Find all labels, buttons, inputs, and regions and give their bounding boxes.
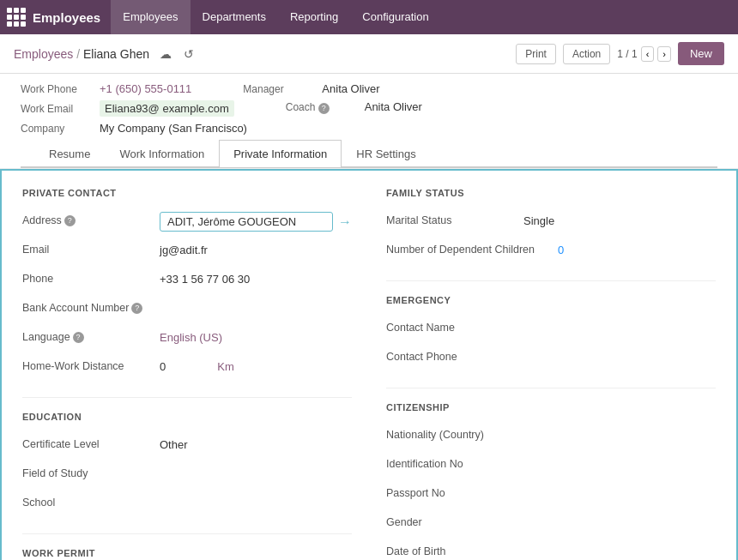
refresh-icon[interactable]: ↺	[180, 45, 197, 63]
family-status-section: FAMILY STATUS Marital Status Single Numb…	[386, 188, 716, 263]
bank-tooltip-icon: ?	[131, 303, 142, 314]
emergency-section: EMERGENCY Contact Name Contact Phone	[386, 295, 716, 370]
marital-label: Marital Status	[386, 212, 523, 226]
nav-item-employees[interactable]: Employees	[111, 0, 190, 34]
record-info: 1 / 1	[617, 48, 637, 60]
children-value: 0	[558, 241, 564, 256]
info-row-2: Work Email Eliana93@ example.com Coach ?…	[21, 100, 717, 117]
next-record-button[interactable]: ›	[657, 46, 671, 62]
left-column: PRIVATE CONTACT Address ? → Email jg@adi…	[22, 188, 352, 560]
email-label: Email	[22, 241, 160, 256]
tab-work-information[interactable]: Work Information	[105, 140, 219, 167]
email-row: Email jg@adit.fr	[22, 241, 352, 263]
divider-2	[22, 533, 352, 534]
distance-row: Home-Work Distance 0 Km	[22, 358, 352, 380]
breadcrumb-parent[interactable]: Employees	[14, 47, 73, 61]
language-tooltip-icon: ?	[73, 332, 84, 343]
nav-item-departments[interactable]: Departments	[191, 0, 278, 34]
prev-record-button[interactable]: ‹	[641, 46, 655, 62]
id-label: Identification No	[386, 455, 523, 470]
education-section: EDUCATION Certificate Level Other Field …	[22, 412, 352, 516]
info-row-1: Work Phone +1 (650) 555-0111 Manager Ani…	[21, 82, 717, 95]
id-row: Identification No	[386, 455, 716, 478]
manager-field: Manager Anita Oliver	[243, 82, 379, 95]
dob-label: Date of Birth	[386, 543, 523, 557]
breadcrumb-bar: Employees / Eliana Ghen ☁ ↺ Print Action…	[0, 34, 738, 74]
address-label: Address ?	[22, 212, 160, 226]
divider-3	[386, 280, 716, 281]
work-email-label: Work Email	[21, 103, 89, 115]
language-value[interactable]: English (US)	[160, 328, 222, 344]
contact-name-row: Contact Name	[386, 319, 716, 341]
marital-value: Single	[523, 212, 554, 227]
breadcrumb-left: Employees / Eliana Ghen ☁ ↺	[14, 45, 197, 63]
nav-item-reporting[interactable]: Reporting	[278, 0, 350, 34]
new-button[interactable]: New	[678, 42, 724, 65]
language-label: Language ?	[22, 328, 160, 343]
work-permit-title: WORK PERMIT	[22, 548, 352, 560]
address-tooltip-icon: ?	[64, 215, 76, 226]
distance-unit: Km	[217, 358, 234, 373]
breadcrumb: Employees / Eliana Ghen	[14, 47, 149, 61]
coach-label: Coach ?	[286, 101, 354, 114]
coach-value: Anita Oliver	[365, 100, 422, 113]
school-row: School	[22, 494, 352, 516]
manager-label: Manager	[243, 83, 312, 95]
work-email-value[interactable]: Eliana93@ example.com	[100, 100, 234, 117]
phone-row: Phone +33 1 56 77 06 30	[22, 270, 352, 292]
work-phone-label: Work Phone	[21, 83, 89, 95]
tab-content-private: PRIVATE CONTACT Address ? → Email jg@adi…	[0, 169, 738, 560]
info-row-3: Company My Company (San Francisco)	[21, 122, 717, 135]
tab-private-information[interactable]: Private Information	[219, 140, 342, 167]
private-contact-section: PRIVATE CONTACT Address ? → Email jg@adi…	[22, 188, 352, 380]
work-email-field: Work Email Eliana93@ example.com	[21, 100, 234, 117]
tab-hr-settings[interactable]: HR Settings	[342, 140, 430, 167]
tabs-bar: Resume Work Information Private Informat…	[21, 140, 717, 168]
two-col-layout: PRIVATE CONTACT Address ? → Email jg@adi…	[22, 188, 716, 560]
marital-row: Marital Status Single	[386, 212, 716, 234]
coach-tooltip-icon: ?	[318, 103, 330, 114]
top-navigation: Employees Employees Departments Reportin…	[0, 0, 738, 34]
nav-item-configuration[interactable]: Configuration	[350, 0, 440, 34]
work-phone-value[interactable]: +1 (650) 555-0111	[100, 82, 191, 95]
emergency-title: EMERGENCY	[386, 295, 716, 309]
family-status-title: FAMILY STATUS	[386, 188, 716, 202]
coach-field: Coach ? Anita Oliver	[286, 100, 422, 117]
manager-value: Anita Oliver	[322, 82, 379, 95]
breadcrumb-current: Eliana Ghen	[83, 47, 149, 61]
employee-info: Work Phone +1 (650) 555-0111 Manager Ani…	[0, 74, 738, 169]
cert-row: Certificate Level Other	[22, 436, 352, 458]
field-of-study-label: Field of Study	[22, 465, 160, 479]
contact-name-label: Contact Name	[386, 319, 523, 334]
phone-value: +33 1 56 77 06 30	[160, 270, 250, 286]
address-arrow-icon[interactable]: →	[338, 214, 352, 230]
app-logo[interactable]: Employees	[7, 8, 100, 27]
action-button[interactable]: Action	[563, 44, 610, 64]
bank-label: Bank Account Number ?	[22, 299, 160, 314]
breadcrumb-separator: /	[76, 47, 83, 61]
breadcrumb-icons: ☁ ↺	[156, 45, 197, 63]
cloud-icon[interactable]: ☁	[156, 45, 175, 63]
app-title: Employees	[33, 10, 100, 25]
work-permit-section: WORK PERMIT Visa No	[22, 548, 352, 560]
passport-row: Passport No	[386, 485, 716, 507]
school-label: School	[22, 494, 160, 509]
nav-menu: Employees Departments Reporting Configur…	[111, 0, 440, 34]
distance-label: Home-Work Distance	[22, 358, 160, 372]
tab-resume[interactable]: Resume	[34, 140, 105, 167]
citizenship-section: CITIZENSHIP Nationality (Country) Identi…	[386, 402, 716, 560]
children-label: Number of Dependent Children	[386, 241, 558, 256]
gender-row: Gender	[386, 514, 716, 536]
right-column: FAMILY STATUS Marital Status Single Numb…	[386, 188, 716, 560]
address-field: →	[160, 212, 352, 232]
divider-4	[386, 388, 716, 388]
dob-row: Date of Birth	[386, 543, 716, 560]
company-value: My Company (San Francisco)	[100, 122, 247, 135]
grid-icon	[7, 8, 26, 27]
contact-phone-label: Contact Phone	[386, 348, 523, 363]
print-button[interactable]: Print	[516, 44, 556, 64]
address-input[interactable]	[160, 212, 333, 232]
email-value: jg@adit.fr	[160, 241, 208, 256]
citizenship-title: CITIZENSHIP	[386, 402, 716, 416]
bank-row: Bank Account Number ?	[22, 299, 352, 322]
